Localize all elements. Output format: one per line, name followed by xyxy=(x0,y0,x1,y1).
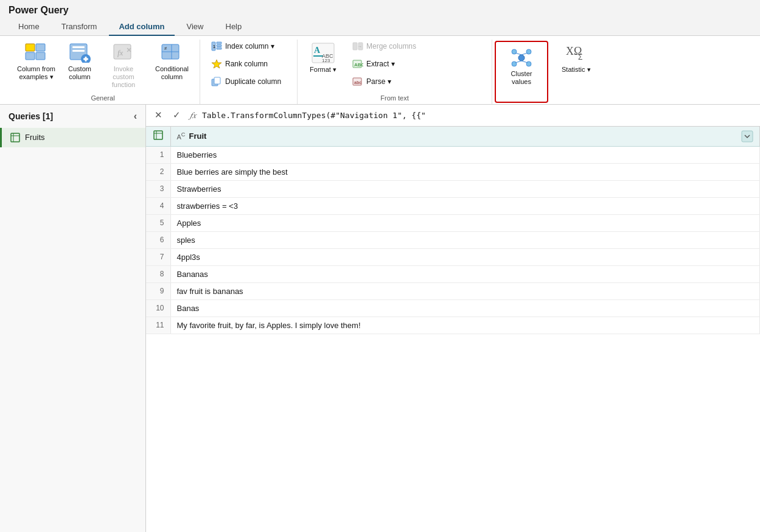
row-num-cell: 10 xyxy=(146,299,170,317)
fruit-cell: Apples xyxy=(170,214,760,231)
row-num-cell: 8 xyxy=(146,265,170,282)
svg-line-46 xyxy=(521,61,528,63)
ribbon-group-cluster: Cluster values xyxy=(495,41,548,103)
queries-collapse-button[interactable]: ‹ xyxy=(134,111,137,122)
ribbon-cluster-label xyxy=(502,97,541,99)
row-num-cell: 6 xyxy=(146,231,170,248)
parse-button[interactable]: abc Parse ▾ xyxy=(347,75,427,88)
tab-home[interactable]: Home xyxy=(9,18,49,36)
fruit-col-header[interactable]: AC Fruit xyxy=(170,127,760,147)
cluster-values-button[interactable]: Cluster values xyxy=(502,44,541,88)
svg-rect-31 xyxy=(353,43,357,50)
invoke-custom-icon: fx xyxy=(111,42,136,64)
svg-rect-0 xyxy=(26,44,35,51)
invoke-custom-button[interactable]: fx Invoke custom function xyxy=(99,40,148,92)
tab-help[interactable]: Help xyxy=(216,18,252,36)
format-icon: A ABC 123 xyxy=(311,42,335,64)
ribbon-index-group-label xyxy=(206,99,291,102)
format-button[interactable]: A ABC 123 Format ▾ xyxy=(304,40,343,76)
svg-rect-20 xyxy=(217,45,221,47)
ribbon-from-text-buttons: A ABC 123 Format ▾ → Merge columns xyxy=(304,40,486,92)
ribbon-general-label: General xyxy=(12,92,193,102)
duplicate-col-label: Duplicate column xyxy=(225,77,281,86)
table-row: 2 Blue berries are simply the best xyxy=(146,163,760,180)
duplicate-col-button[interactable]: Duplicate column xyxy=(206,75,291,88)
custom-col-icon xyxy=(68,42,92,64)
ribbon-cluster-buttons: Cluster values xyxy=(502,44,541,97)
ribbon-from-text-small-col: → Merge columns ABC Extract ▾ abc xyxy=(347,40,427,88)
custom-col-button[interactable]: Custom column xyxy=(63,40,97,83)
tab-add-column[interactable]: Add column xyxy=(109,18,174,36)
svg-rect-2 xyxy=(36,44,45,51)
row-num-cell: 1 xyxy=(146,146,170,163)
fruit-cell: strawberries = <3 xyxy=(170,197,760,214)
svg-rect-21 xyxy=(217,47,221,49)
conditional-col-icon: ≠ xyxy=(159,42,184,64)
queries-panel: Queries [1] ‹ Fruits xyxy=(0,105,146,532)
conditional-col-button[interactable]: ≠ Conditional column xyxy=(150,40,193,83)
svg-text:fx: fx xyxy=(117,48,124,57)
main-area: Queries [1] ‹ Fruits ✕ ✓ 𝑓𝑥 xyxy=(0,105,760,532)
ribbon-from-text-label: From text xyxy=(304,92,486,102)
fruit-cell: Banas xyxy=(170,299,760,317)
col-examples-icon xyxy=(24,42,48,64)
extract-label: Extract ▾ xyxy=(366,60,395,68)
svg-text:Σ: Σ xyxy=(578,53,582,61)
table-header-icon xyxy=(153,130,163,140)
svg-rect-55 xyxy=(742,131,753,142)
fruit-col-dropdown[interactable] xyxy=(741,130,753,142)
table-row: 11 My favorite fruit, by far, is Apples.… xyxy=(146,317,760,334)
rank-col-label: Rank column xyxy=(225,60,268,68)
ribbon: Column from examples ▾ Custom column xyxy=(0,36,760,105)
svg-text:1: 1 xyxy=(213,44,215,49)
app-title: Power Query xyxy=(9,5,69,15)
cluster-icon xyxy=(509,47,534,69)
formula-bar: ✕ ✓ 𝑓𝑥 xyxy=(146,105,760,127)
svg-rect-52 xyxy=(154,131,162,139)
table-row: 7 4ppl3s xyxy=(146,248,760,265)
row-num-cell: 9 xyxy=(146,282,170,299)
svg-text:123: 123 xyxy=(322,58,330,63)
fruit-cell: fav fruit is bananas xyxy=(170,282,760,299)
custom-col-label: Custom column xyxy=(68,65,91,81)
fruit-cell: Bananas xyxy=(170,265,760,282)
table-row: 8 Bananas xyxy=(146,265,760,282)
table-row: 9 fav fruit is bananas xyxy=(146,282,760,299)
table-icon xyxy=(10,133,20,142)
svg-rect-9 xyxy=(85,57,86,61)
col-type-label: AC xyxy=(177,131,186,141)
svg-text:A: A xyxy=(314,46,321,55)
statistics-label: Statistic ▾ xyxy=(562,65,591,74)
svg-point-38 xyxy=(518,55,525,61)
table-row: 1 Blueberries xyxy=(146,146,760,163)
fruits-query-label: Fruits xyxy=(25,133,45,142)
col-examples-button[interactable]: Column from examples ▾ xyxy=(12,40,60,83)
statistics-icon: XΩ Σ xyxy=(564,42,588,64)
rank-col-button[interactable]: Rank column xyxy=(206,57,291,71)
duplicate-icon xyxy=(211,77,222,86)
tab-view[interactable]: View xyxy=(177,18,214,36)
queries-title: Queries [1] xyxy=(9,111,53,121)
fruits-query-item[interactable]: Fruits xyxy=(0,128,145,147)
formula-input[interactable] xyxy=(202,111,755,120)
fruit-cell: Strawberries xyxy=(170,180,760,197)
index-col-button[interactable]: 1 Index column ▾ xyxy=(206,40,291,53)
tab-transform[interactable]: Transform xyxy=(52,18,107,36)
tab-bar: Home Transform Add column View Help xyxy=(0,18,760,36)
ribbon-group-from-text: A ABC 123 Format ▾ → Merge columns xyxy=(298,40,492,104)
svg-text:abc: abc xyxy=(354,80,361,85)
fruit-cell: 4ppl3s xyxy=(170,248,760,265)
svg-line-44 xyxy=(521,53,528,55)
formula-confirm-button[interactable]: ✓ xyxy=(169,108,184,122)
table-row: 3 Strawberries xyxy=(146,180,760,197)
extract-button[interactable]: ABC Extract ▾ xyxy=(347,57,427,71)
row-num-cell: 2 xyxy=(146,163,170,180)
formula-cancel-button[interactable]: ✕ xyxy=(151,108,166,122)
statistics-button[interactable]: XΩ Σ Statistic ▾ xyxy=(557,40,596,76)
merge-cols-button[interactable]: → Merge columns xyxy=(347,40,427,53)
format-label: Format ▾ xyxy=(310,65,336,74)
table-row: 6 sples xyxy=(146,231,760,248)
svg-rect-3 xyxy=(36,52,45,60)
merge-icon: → xyxy=(352,41,363,51)
svg-rect-6 xyxy=(72,50,85,52)
